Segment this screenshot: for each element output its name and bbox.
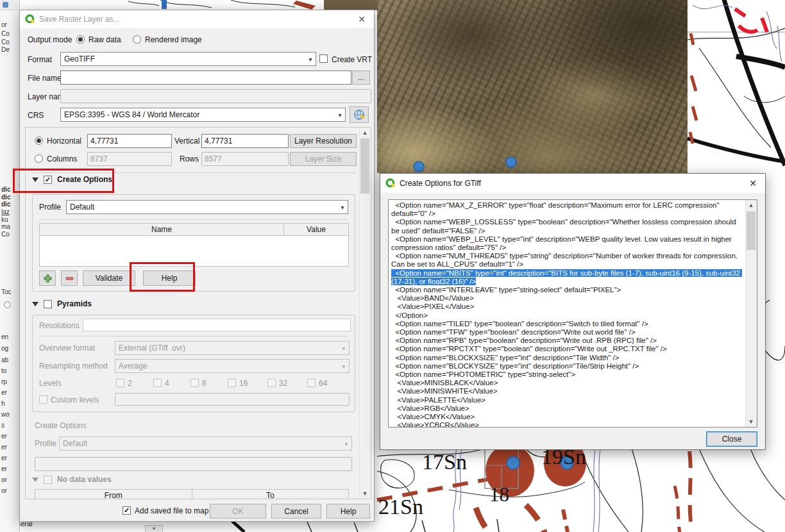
pyramids-checkbox[interactable] [44,300,52,308]
gtiff-option-line: <Value>RGB</Value> [391,404,743,413]
level-4-checkbox [153,379,162,387]
collapse-arrow-icon[interactable] [32,478,38,482]
layer-name-input [60,89,371,103]
add-saved-file-label[interactable]: Add saved file to map [135,506,208,515]
columns-label[interactable]: Columns [47,154,77,163]
format-combo[interactable]: GeoTIFF▾ [60,52,316,66]
raw-data-label[interactable]: Raw data [89,35,121,44]
red-dash-marks [735,9,767,32]
search-icon [4,301,11,308]
layer-resolution-button[interactable]: Layer Resolution [290,134,357,148]
to-column-header: To [192,490,349,499]
value-column-header[interactable]: Value [284,224,348,235]
gtiff-option-line: <Value>MINISBLACK</Value> [391,379,743,387]
scroll-up-icon[interactable]: ▲ [746,200,756,210]
chevron-down-icon: ▾ [305,56,316,63]
cancel-button[interactable]: Cancel [271,504,321,519]
close-icon[interactable]: ✕ [355,14,369,24]
create-vrt-checkbox[interactable] [319,54,328,63]
overview-format-label: Overview format [39,344,95,353]
panel-text-fragment: en [1,333,8,340]
scroll-down-button[interactable]: ▼ [145,525,163,532]
toolbar-icon[interactable] [3,2,8,8]
vertical-input[interactable]: 4,77731 [201,134,289,148]
panel-text-fragment: laz [1,208,10,215]
remove-option-button[interactable] [61,270,78,286]
scroll-down-icon[interactable]: ▼ [746,417,756,427]
horizontal-input[interactable]: 4,77731 [87,134,172,148]
dialog-scrollbar[interactable]: ▲ ▼ [359,128,371,499]
crs-select-button[interactable] [350,106,369,123]
crs-label: CRS [28,111,44,120]
close-button[interactable]: Close [706,431,757,447]
layers-panel-sliver[interactable]: orCoCoDedicdicdiclazkumaCoTocenogabtorpe… [0,0,20,532]
scroll-up-icon[interactable]: ▲ [360,128,370,138]
no-data-checkbox[interactable] [44,476,52,484]
create-vrt-label[interactable]: Create VRT [332,55,372,64]
panel-text-fragment: Co [1,38,10,46]
panel-text-fragment: ma [1,223,10,230]
create-options-header[interactable]: Create Options [32,175,112,184]
level-32-checkbox [267,379,276,387]
custom-levels-input [115,393,350,406]
map-label: 18 [489,483,509,506]
panel-text-fragment: Co [1,30,10,37]
gtiff-options-textarea[interactable]: <Option name="MAX_Z_ERROR" type="float" … [388,199,757,428]
rendered-image-radio[interactable] [133,35,141,44]
save-dialog-titlebar[interactable]: Save Raster Layer as... ✕ [20,10,374,28]
gtiff-option-line: <Option name="PHOTOMETRIC" type="string-… [391,370,743,379]
collapse-arrow-icon[interactable] [32,178,38,182]
name-column-header[interactable]: Name [40,224,284,235]
chevron-down-icon: ▾ [335,112,345,119]
format-label: Format [28,55,52,64]
gtiff-option-line: <Option name="WEBP_LOSSLESS" type="boole… [391,218,743,235]
help-options-button[interactable]: Help [143,270,196,286]
scroll-thumb[interactable] [360,138,369,194]
qgis-logo-icon [25,14,35,24]
scroll-down-icon[interactable]: ▼ [360,488,370,499]
layer-size-button: Layer Size [290,152,357,166]
panel-text-fragment: or [1,476,7,483]
site-point[interactable] [506,157,516,167]
gtiff-option-line: <Option name="TFW" type="boolean" descri… [391,328,743,337]
profile-combo[interactable]: Default▾ [66,200,348,214]
columns-input: 8737 [87,152,172,166]
gtiff-option-line: <Value>CMYK</Value> [391,413,743,421]
panel-text-fragment: er [1,433,7,440]
panel-text-fragment: or [1,487,7,494]
help-button[interactable]: Help [326,504,370,519]
collapse-arrow-icon[interactable] [32,302,38,306]
gtiff-option-line: <Option name="RPCTXT" type="boolean" des… [391,345,743,353]
horizontal-label[interactable]: Horizontal [47,137,81,145]
panel-text-fragment: og [1,345,8,352]
create-options-checkbox[interactable] [44,176,52,184]
browse-button[interactable]: ... [352,71,370,85]
screen: 17Sn 19Sn 21Sn 18 or general ▼ orCoCoDed… [0,0,785,532]
scroll-thumb[interactable] [747,212,755,250]
rows-label: Rows [180,154,199,163]
rendered-image-label[interactable]: Rendered image [145,35,202,44]
validate-button[interactable]: Validate [83,270,135,286]
resolutions-input[interactable] [83,319,351,331]
level-32-label: 32 [279,379,287,388]
site-point[interactable] [507,456,519,469]
raw-data-radio[interactable] [76,35,85,44]
crs-combo[interactable]: EPSG:3395 - WGS 84 / World Mercator▾ [60,108,346,122]
horizontal-radio[interactable] [35,137,43,145]
gtiff-option-line: <Option name="BLOCKXSIZE" type="int" des… [391,354,743,362]
no-data-title: No data values [57,475,112,484]
gtiff-dialog-titlebar[interactable]: Create Options for GTiff ✕ [380,174,765,193]
add-option-button[interactable] [39,270,56,286]
site-point[interactable] [414,162,424,172]
panel-text-fragment: rp [1,378,7,385]
no-data-values-header[interactable]: No data values [32,475,112,484]
create-options-table[interactable]: Name Value [39,223,349,267]
gtiff-scrollbar[interactable]: ▲ ▼ [745,200,757,427]
pyramids-header[interactable]: Pyramids [32,299,92,308]
add-saved-file-checkbox[interactable] [122,506,131,515]
panel-text-fragment: dic [1,186,10,193]
columns-radio[interactable] [35,154,43,163]
close-icon[interactable]: ✕ [746,178,760,188]
file-name-input[interactable] [60,71,351,85]
panel-text-fragment: er [1,465,7,472]
